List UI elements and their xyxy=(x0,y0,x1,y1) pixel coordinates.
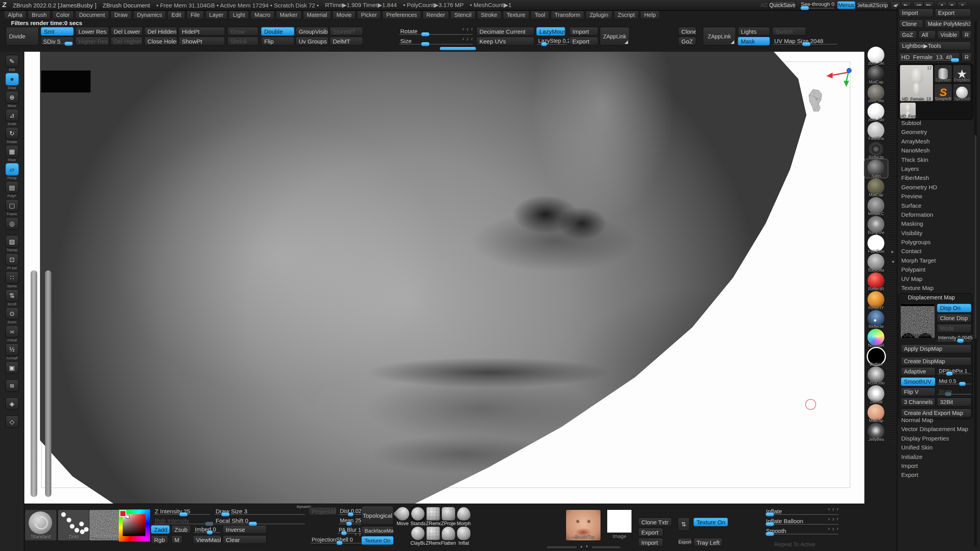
mid-slider[interactable]: Mid 0.5 xyxy=(937,377,972,385)
left-shelf-button[interactable]: ≍ Actual xyxy=(1,325,23,343)
goz-all-button[interactable]: All xyxy=(918,31,936,39)
zsub-button[interactable]: Zsub xyxy=(171,525,191,534)
keep-uvs-button[interactable]: Keep UVs xyxy=(476,37,534,45)
goz-visible-button[interactable]: Visible xyxy=(937,31,960,39)
close-holes-button[interactable]: Close Holes xyxy=(144,37,177,45)
projectall-button[interactable]: ProjectAll xyxy=(309,507,337,516)
clone-button[interactable]: Clone xyxy=(678,27,696,36)
material-item[interactable]: zbro_Ski xyxy=(864,103,888,121)
menu-item[interactable]: Stencil xyxy=(450,11,475,19)
uv-groups-button[interactable]: Uv Groups xyxy=(296,37,328,45)
higher-res-button[interactable]: Higher Res xyxy=(75,37,109,45)
left-shelf-button[interactable]: ⊕ Move xyxy=(1,91,23,109)
material-item[interactable]: zbro_mo xyxy=(864,84,888,103)
arrow-up-icon[interactable]: ▲ xyxy=(580,545,583,548)
left-shelf-button[interactable]: ✎ Edit xyxy=(1,55,23,73)
left-shelf-button[interactable]: ◈ xyxy=(1,397,23,415)
tool-section-header[interactable]: Export xyxy=(898,470,973,479)
intensity-slider[interactable]: Intensity 0.0045 xyxy=(936,334,972,342)
material-item[interactable]: MetalicC xyxy=(864,197,888,216)
simplebrush-tool[interactable]: S SimpleB xyxy=(935,84,952,101)
divide-button[interactable]: Divide xyxy=(6,27,39,45)
stroke-thumbnail[interactable]: Dots xyxy=(58,509,90,541)
menu-item[interactable]: Preferences xyxy=(382,11,421,19)
material-item[interactable]: MatCap xyxy=(864,65,888,84)
decimate-current-button[interactable]: Decimate Current xyxy=(476,27,534,36)
mask-toggle[interactable]: Mask xyxy=(738,37,770,45)
brush-texture-thumbnail[interactable]: ~BrushTxr xyxy=(566,509,601,541)
menu-item[interactable]: Movie xyxy=(332,11,356,19)
left-shelf-button[interactable]: ⊡ Pt Sel xyxy=(1,253,23,271)
scale-slider[interactable]: Scale xyxy=(937,388,972,395)
storemt-button[interactable]: StoreMT xyxy=(330,27,363,36)
left-shelf-button[interactable]: ↻ Rotate xyxy=(1,127,23,145)
color-picker[interactable] xyxy=(119,509,150,542)
texture-export-button[interactable]: Export xyxy=(638,528,663,536)
tool-section-header[interactable]: FiberMesh xyxy=(898,173,973,182)
clone-txtr-button[interactable]: Clone Txtr xyxy=(638,518,672,526)
lazystep-slider[interactable]: LazyStep 0.25 xyxy=(536,37,568,45)
material-item[interactable]: zbro_Ski xyxy=(864,46,888,65)
alpha-thumbnail[interactable]: ~BrushAlpha xyxy=(89,509,121,541)
bit-depth-button[interactable]: 32Bit xyxy=(937,398,971,406)
tool-section-header[interactable]: Preview xyxy=(898,192,973,201)
menu-item[interactable]: Stroke xyxy=(477,11,501,19)
brush-thumbnail[interactable]: Standard xyxy=(25,509,57,541)
tool-section-header[interactable]: Geometry xyxy=(898,127,973,136)
sculpt-brush-button[interactable]: Morph xyxy=(456,507,471,526)
left-shelf-button[interactable]: ▢ Frame xyxy=(1,199,23,217)
smt-toggle[interactable]: Smt xyxy=(41,27,74,36)
menu-item[interactable]: Macro xyxy=(250,11,274,19)
inflate-slider[interactable]: Inflate x y z xyxy=(764,507,839,516)
axis-widget[interactable] xyxy=(825,67,853,89)
flip-pages-icon[interactable]: ⇅ xyxy=(678,518,690,531)
focal-shift-slider[interactable]: Focal Shift 0 xyxy=(214,517,306,525)
shrink-button[interactable]: Shrink xyxy=(227,37,258,45)
sphere3d-tool[interactable]: Sphere3 xyxy=(953,84,971,101)
smoothuv-toggle[interactable]: SmoothUV xyxy=(901,377,935,386)
lightbox-tools-button[interactable]: Lightbox▶Tools xyxy=(899,42,971,50)
left-shelf-button[interactable]: ≋ xyxy=(1,379,23,397)
projection-shell-slider[interactable]: ProjectionShell 0 xyxy=(310,536,365,544)
active-tool-thumbnail[interactable]: 12 HD_Female_13 xyxy=(900,65,933,101)
current-color-swatch[interactable] xyxy=(120,510,126,517)
sculpt-brush-button[interactable]: Standar xyxy=(410,507,425,526)
tray-resize-handle[interactable]: ▲ ▼ xyxy=(547,544,645,550)
tool-clone-button[interactable]: Clone xyxy=(899,20,923,28)
left-shelf-button[interactable]: ◎ xyxy=(1,217,23,235)
document-canvas[interactable] xyxy=(24,52,864,504)
groupvisible-button[interactable]: GroupVisible xyxy=(296,27,328,36)
left-shelf-button[interactable]: ½ AAHalf xyxy=(1,343,23,361)
tool-section-header[interactable]: Surface xyxy=(898,201,973,210)
flip-v-toggle[interactable]: Flip V xyxy=(901,388,935,396)
left-shelf-button[interactable]: ▤ PolyF xyxy=(1,181,23,199)
repeat-to-active-label[interactable]: Repeat To Active xyxy=(774,541,815,547)
sculpt-brush-button[interactable]: ClayBuil xyxy=(410,527,425,546)
tool-section-header[interactable]: UV Map xyxy=(898,274,973,283)
tool-section-header[interactable]: Morph Target xyxy=(898,256,973,265)
tool-section-header[interactable]: Unified Skin xyxy=(898,443,973,452)
tool-section-header[interactable]: Subtool xyxy=(898,118,973,127)
menus-toggle[interactable]: Menus xyxy=(837,1,855,9)
tool-section-header[interactable]: Geometry HD xyxy=(898,183,973,192)
zadd-toggle[interactable]: Zadd xyxy=(151,525,170,534)
tool-section-header[interactable]: Normal Map xyxy=(898,415,973,424)
backfacemask-button[interactable]: BackfaceMask xyxy=(361,526,394,535)
menu-item[interactable]: Edit xyxy=(167,11,185,19)
default-zscript-button[interactable]: DefaultZScript xyxy=(857,1,888,9)
material-item[interactable]: FastSha xyxy=(864,121,888,140)
viewmask-button[interactable]: ViewMask xyxy=(193,535,221,544)
left-shelf-button[interactable]: ⊿ Scale xyxy=(1,109,23,127)
m-button[interactable]: M xyxy=(171,535,182,544)
flip-button[interactable]: Flip xyxy=(261,37,294,45)
menu-item[interactable]: Dynamics xyxy=(133,11,166,19)
tool-section-header[interactable]: Initialize xyxy=(898,452,973,461)
rgb-intensity-slider[interactable]: Rgb Intensity xyxy=(153,517,211,525)
tool-section-header[interactable]: NanoMesh xyxy=(898,146,973,155)
disp-mode-button[interactable]: Mode xyxy=(937,324,971,333)
menu-item[interactable]: Texture xyxy=(503,11,530,19)
delmt-button[interactable]: DelMT xyxy=(330,37,363,45)
left-shelf-button[interactable]: ⊙ Zoom xyxy=(1,307,23,325)
menu-item[interactable]: Marker xyxy=(276,11,301,19)
del-higher-button[interactable]: Del Higher xyxy=(111,37,143,45)
